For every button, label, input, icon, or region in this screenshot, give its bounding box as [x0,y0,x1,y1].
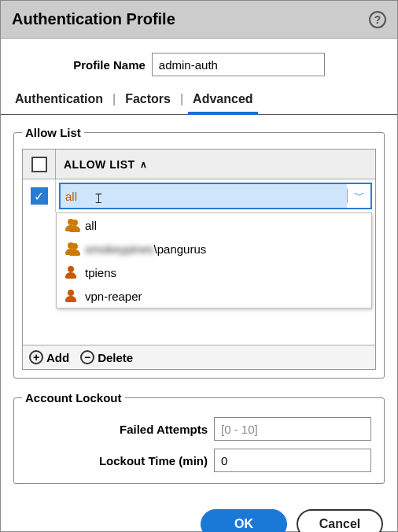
user-icon [64,289,79,303]
tab-separator: | [112,87,116,114]
account-lockout-legend: Account Lockout [22,391,125,405]
allow-list-legend: Allow List [22,126,84,139]
dialog-title: Authentication Profile [12,10,175,28]
tab-separator: | [180,87,183,114]
profile-name-row: Profile Name [1,53,397,76]
chevron-down-icon: ﹀ [354,189,365,203]
delete-button-label: Delete [98,351,133,364]
column-header-allow-list[interactable]: ALLOW LIST ∧ [56,158,155,171]
failed-attempts-input[interactable] [214,417,371,441]
grid-header: ALLOW LIST ∧ [23,150,375,179]
dialog-footer: OK Cancel [1,504,397,532]
grid-body: ✓ 𝙸 ﹀ [23,179,375,345]
minus-icon: − [80,350,94,364]
group-icon [64,242,79,256]
dropdown-option-all[interactable]: all [57,213,371,237]
row-checkbox[interactable]: ✓ [23,179,56,212]
dialog-window: Authentication Profile ? Profile Name Au… [0,0,398,532]
allow-list-input[interactable] [61,184,347,208]
dropdown-option-pangurus[interactable]: smokeypines\pangurus [57,237,371,260]
help-icon[interactable]: ? [369,11,386,28]
grid-footer: + Add − Delete [23,345,375,369]
allow-list-grid: ALLOW LIST ∧ ✓ 𝙸 [22,149,376,370]
cancel-button-label: Cancel [319,517,360,531]
delete-button[interactable]: − Delete [80,350,133,364]
allow-list-combobox[interactable]: 𝙸 ﹀ [59,183,372,209]
group-icon [64,218,79,232]
profile-name-label: Profile Name [73,58,146,72]
allow-list-fieldset: Allow List ALLOW LIST ∧ ✓ [13,126,385,379]
profile-name-input[interactable] [152,53,325,76]
table-row: ✓ 𝙸 ﹀ [23,179,375,212]
allow-list-cell: 𝙸 ﹀ [56,179,375,212]
plus-icon: + [29,350,43,364]
dropdown-list: all smokeypines\pangurus tpiens [56,212,372,308]
dropdown-option-label: \pangurus [154,242,207,256]
dropdown-option-label: tpiens [85,266,116,279]
add-button-label: Add [46,351,69,364]
dropdown-option-label: all [85,219,97,232]
tab-factors[interactable]: Factors [123,87,172,114]
lockout-grid: Failed Attempts Lockout Time (min) [22,414,376,475]
cancel-button[interactable]: Cancel [297,509,383,532]
select-all-checkbox[interactable] [23,150,56,179]
dialog-body: Allow List ALLOW LIST ∧ ✓ [1,115,397,504]
titlebar: Authentication Profile ? [1,1,397,39]
tab-authentication[interactable]: Authentication [13,87,105,114]
dropdown-toggle[interactable]: ﹀ [347,189,370,203]
tabs: Authentication | Factors | Advanced [1,87,397,115]
ok-button-label: OK [234,517,253,531]
failed-attempts-label: Failed Attempts [27,423,208,436]
lockout-time-label: Lockout Time (min) [27,454,208,467]
sort-ascending-icon: ∧ [140,159,148,170]
column-header-label: ALLOW LIST [64,158,135,171]
add-button[interactable]: + Add [29,350,69,364]
lockout-time-input[interactable] [214,449,371,472]
account-lockout-fieldset: Account Lockout Failed Attempts Lockout … [13,391,385,484]
user-icon [64,265,79,279]
ok-button[interactable]: OK [201,509,287,532]
dropdown-option-label: vpn-reaper [85,290,142,303]
tab-advanced[interactable]: Advanced [191,87,254,114]
dropdown-option-tpiens[interactable]: tpiens [57,260,371,284]
dropdown-option-obscured-prefix: smokeypines [85,242,154,256]
dropdown-option-vpn-reaper[interactable]: vpn-reaper [57,284,371,308]
